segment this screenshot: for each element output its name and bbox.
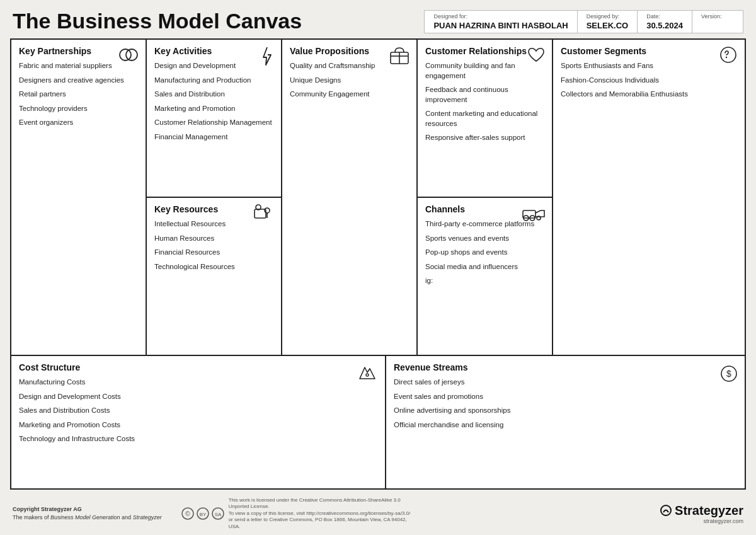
kr-item-4: Technological Resources: [154, 262, 273, 272]
svg-point-1: [126, 49, 137, 60]
header-meta: Designed for: PUAN HAZRINA BINTI HASBOLA…: [424, 10, 743, 33]
business-model-canvas: Key Partnerships Fabric and material sup…: [10, 38, 746, 490]
kr-item-3: Financial Resources: [154, 248, 273, 258]
cs-item-2: Fashion-Conscious Individuals: [561, 76, 737, 86]
ch-item-4: Social media and influencers: [425, 262, 544, 272]
vp-item-2: Unique Designs: [290, 76, 409, 86]
canvas-bottom-row: Cost Structure Manufacturing Costs Desig…: [11, 356, 745, 488]
svg-text:SA: SA: [214, 512, 221, 517]
revenue-streams-title: Revenue Streams: [394, 362, 737, 372]
customer-relationships-cell: Customer Relationships Community buildin…: [418, 40, 552, 198]
key-activities-cell: Key Activities Design and Development Ma…: [147, 40, 281, 198]
cs-item-1: Sports Enthusiasts and Fans: [561, 61, 737, 71]
kp-item-5: Event organizers: [19, 118, 138, 128]
ka-item-4: Marketing and Promotion: [154, 104, 273, 114]
kr-item-2: Human Resources: [154, 234, 273, 244]
ka-item-2: Manufacturing and Production: [154, 76, 273, 86]
footer: Copyright Strategyzer AG The makers of B…: [0, 492, 756, 535]
cst-item-1: Manufacturing Costs: [19, 377, 377, 388]
cr-item-2: Feedback and continuous improvement: [425, 85, 544, 105]
ka-item-1: Design and Development: [154, 61, 273, 71]
ch-item-2: Sports venues and events: [425, 234, 544, 244]
ka-item-3: Sales and Distribution: [154, 89, 273, 100]
designed-by-value: SELEK.CO: [587, 21, 628, 30]
customer-segments-cell: Customer Segments Sports Enthusiasts and…: [553, 40, 745, 355]
value-propositions-icon: [389, 46, 410, 67]
key-partnerships-icon: [118, 46, 139, 66]
key-resources-icon: [253, 204, 275, 224]
cst-item-4: Marketing and Promotion Costs: [19, 420, 377, 430]
kp-item-4: Technology providers: [19, 104, 138, 114]
channels-cell: Channels Third-party e-commerce platform…: [418, 198, 552, 355]
customer-relationships-icon: [527, 46, 546, 66]
cost-structure-title: Cost Structure: [19, 362, 377, 372]
cr-item-3: Content marketing and educational resour…: [425, 109, 544, 129]
rs-item-2: Event sales and promotions: [394, 392, 737, 402]
page: The Business Model Canvas Designed for: …: [0, 0, 756, 535]
kp-item-3: Retail partners: [19, 89, 138, 100]
customer-segments-icon: [718, 46, 738, 67]
rs-item-3: Online advertising and sponsorships: [394, 406, 737, 416]
date-value: 30.5.2024: [646, 21, 683, 30]
version-label: Version:: [701, 13, 734, 20]
rs-item-1: Direct sales of jerseys: [394, 377, 737, 388]
svg-text:BY: BY: [199, 512, 206, 517]
rs-item-4: Official merchandise and licensing: [394, 420, 737, 430]
revenue-streams-icon: $: [719, 362, 738, 386]
key-activities-title: Key Activities: [154, 46, 273, 56]
designed-by-label: Designed by:: [587, 13, 628, 20]
designed-for-label: Designed for:: [433, 13, 568, 20]
svg-point-15: [366, 374, 369, 376]
kp-item-2: Designers and creative agencies: [19, 76, 138, 86]
footer-copyright-text: Copyright Strategyzer AG: [13, 506, 82, 512]
svg-point-0: [120, 49, 131, 60]
key-activities-resources-stack: Key Activities Design and Development Ma…: [147, 40, 282, 355]
ka-item-5: Customer Relationship Management: [154, 118, 273, 128]
key-resources-cell: Key Resources Intellectual Resources Hum…: [147, 198, 281, 355]
ka-item-6: Financial Management: [154, 132, 273, 142]
footer-license-icons: © BY SA This work is licensed under the …: [181, 497, 418, 530]
key-activities-icon: [260, 46, 275, 69]
customer-segments-title: Customer Segments: [561, 46, 737, 56]
svg-text:©: ©: [185, 510, 190, 517]
cost-structure-icon: [356, 362, 379, 385]
cst-item-2: Design and Development Costs: [19, 392, 377, 402]
strategyzer-url: strategyzer.com: [703, 518, 743, 524]
date-label: Date:: [646, 13, 683, 20]
date-block: Date: 30.5.2024: [638, 11, 692, 33]
footer-copyright: Copyright Strategyzer AG The makers of B…: [13, 505, 162, 522]
designed-by-block: Designed by: SELEK.CO: [578, 11, 638, 33]
canvas-top-row: Key Partnerships Fabric and material sup…: [11, 40, 745, 356]
cs-item-3: Collectors and Memorabilia Enthusiasts: [561, 89, 737, 100]
svg-point-13: [721, 47, 736, 62]
footer-brand: Strategyzer strategyzer.com: [660, 503, 743, 524]
footer-license-text: This work is licensed under the Creative…: [229, 497, 418, 530]
footer-subtitle: The makers of Business Model Generation …: [13, 514, 162, 522]
designed-for-block: Designed for: PUAN HAZRINA BINTI HASBOLA…: [425, 11, 577, 33]
header: The Business Model Canvas Designed for: …: [0, 0, 756, 38]
cr-item-4: Responsive after-sales support: [425, 133, 544, 143]
svg-rect-9: [523, 210, 536, 218]
cst-item-3: Sales and Distribution Costs: [19, 406, 377, 416]
cst-item-5: Technology and Infrastructure Costs: [19, 434, 377, 444]
strategyzer-logo: Strategyzer: [660, 503, 743, 518]
key-partnerships-cell: Key Partnerships Fabric and material sup…: [11, 40, 147, 355]
svg-text:$: $: [726, 369, 731, 379]
version-block: Version:: [692, 11, 743, 33]
channels-icon: [522, 204, 546, 224]
vp-item-3: Community Engagement: [290, 89, 409, 100]
page-title: The Business Model Canvas: [13, 9, 302, 33]
value-propositions-cell: Value Propositions Quality and Craftsman…: [282, 40, 418, 355]
cost-structure-cell: Cost Structure Manufacturing Costs Desig…: [11, 356, 386, 488]
ch-item-5: ig:: [425, 276, 544, 286]
revenue-streams-cell: Revenue Streams $ Direct sales of jersey…: [386, 356, 745, 488]
cr-channels-stack: Customer Relationships Community buildin…: [418, 40, 553, 355]
svg-point-14: [726, 57, 727, 58]
designed-for-value: PUAN HAZRINA BINTI HASBOLAH: [433, 21, 568, 30]
ch-item-3: Pop-up shops and events: [425, 248, 544, 258]
